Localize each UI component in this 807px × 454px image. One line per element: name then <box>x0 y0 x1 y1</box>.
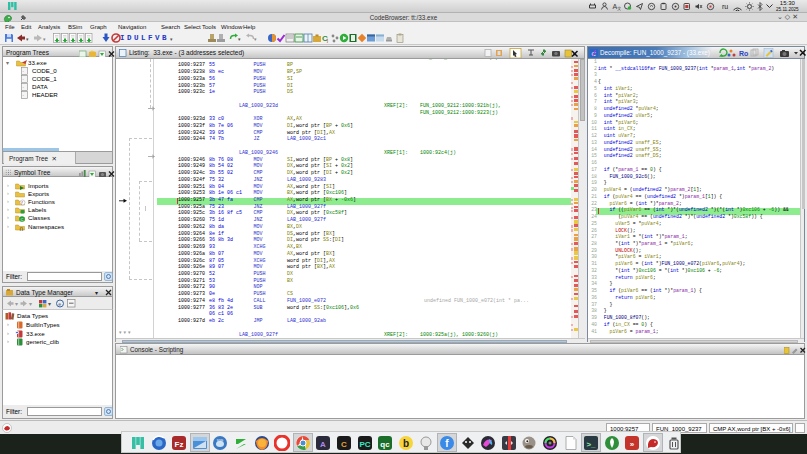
svg-text:文: 文 <box>617 6 621 11</box>
svg-text:Fz: Fz <box>175 439 184 448</box>
svg-text:999: 999 <box>217 438 224 443</box>
svg-text:▾: ▾ <box>29 301 32 307</box>
svg-text:A: A <box>321 439 327 448</box>
svg-text:qc: qc <box>381 439 391 448</box>
svg-text:Ro: Ro <box>739 50 748 57</box>
svg-text:»: » <box>630 439 635 448</box>
svg-text:(): () <box>20 225 24 231</box>
svg-text:▾: ▾ <box>15 301 18 307</box>
svg-text:j: j <box>326 37 328 43</box>
svg-text:C: C <box>21 217 24 222</box>
svg-text:C: C <box>341 439 347 448</box>
svg-text:e: e <box>58 301 61 307</box>
svg-text:>_: >_ <box>587 439 597 448</box>
svg-text:▾: ▾ <box>48 301 51 307</box>
svg-text:b: b <box>403 438 409 449</box>
svg-text:PC: PC <box>359 439 370 448</box>
